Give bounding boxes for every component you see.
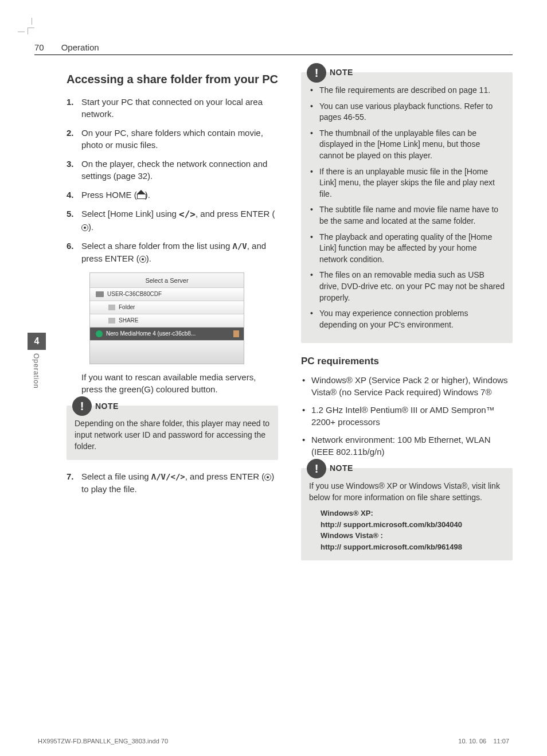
- note-2-item: The thumbnail of the unplayable files ca…: [309, 128, 505, 162]
- server-list-screenshot: Select a Server USER-C36CB80CDF Folder S…: [89, 272, 244, 364]
- note-head: ! NOTE: [72, 396, 119, 416]
- steps-list-cont: Select a file using Λ/V/</>, and press E…: [67, 470, 278, 495]
- page: 70 Operation Accessing a share folder fr…: [34, 34, 513, 722]
- screenshot-row-nero: Nero MediaHome 4 (user-c36cb8...: [90, 328, 244, 341]
- footer-time: 11:07: [493, 738, 509, 745]
- arrows-icon: Λ/V/</>: [151, 472, 185, 481]
- screenshot-row-user-label: USER-C36CB80CDF: [107, 290, 162, 298]
- step-7-text-b: , and press ENTER (: [185, 471, 264, 481]
- footer-file: HX995TZW-FD.BPANLLK_ENG_3803.indd 70: [38, 738, 168, 745]
- crop-mark: [28, 28, 34, 34]
- note-3-intro: If you use Windows® XP or Windows Vista®…: [309, 481, 505, 503]
- step-5-text-c: ).: [88, 222, 93, 232]
- side-tab: 4 Operation: [28, 333, 46, 389]
- page-number: 70: [34, 42, 44, 52]
- note-2-item: The files on an removable media such as …: [309, 270, 505, 303]
- footer-date: 10. 10. 06: [458, 738, 486, 745]
- step-5-text-b: , and press ENTER (: [196, 209, 275, 219]
- folder-icon: [108, 318, 115, 324]
- pc-req-item: 1.2 GHz Intel® Pentium® III or AMD Sempr…: [301, 404, 513, 428]
- screenshot-row-folder: Folder: [90, 301, 244, 314]
- step-1: Start your PC that connected on your loc…: [67, 96, 278, 120]
- up-down-icon: Λ/V: [232, 241, 247, 251]
- note-2-item: You can use various playback functions. …: [309, 101, 505, 123]
- pc-icon: [96, 291, 104, 297]
- note-box-3: ! NOTE If you use Windows® XP or Windows…: [301, 468, 513, 560]
- screenshot-row-user: USER-C36CB80CDF: [90, 288, 244, 301]
- server-icon: [96, 330, 103, 337]
- print-footer: HX995TZW-FD.BPANLLK_ENG_3803.indd 70 10.…: [38, 738, 509, 745]
- screenshot-row-nero-label: Nero MediaHome 4 (user-c36cb8...: [106, 330, 196, 338]
- step-6-text-a: Select a share folder from the list usin…: [81, 241, 232, 251]
- kb-xp-url: http:// support.microsoft.com/kb/304040: [321, 519, 505, 531]
- step-7: Select a file using Λ/V/</>, and press E…: [67, 470, 278, 495]
- pc-req-list: Windows® XP (Service Pack 2 or higher), …: [301, 374, 513, 458]
- note-2-item: If there is an unplayable music file in …: [309, 166, 505, 200]
- screenshot-row-folder-label: Folder: [119, 303, 135, 311]
- note-box-1: ! NOTE Depending on the share folder, th…: [67, 406, 278, 460]
- note-2-item: The file requirements are described on p…: [309, 85, 505, 96]
- screenshot-row-share: SHARE: [90, 314, 244, 328]
- screenshot-row-share-label: SHARE: [119, 317, 138, 325]
- home-icon: [137, 192, 145, 198]
- note-label: NOTE: [95, 401, 119, 412]
- note-2-item: The playback and operating quality of th…: [309, 232, 505, 266]
- step-6: Select a share folder from the list usin…: [67, 240, 278, 264]
- step-3: On the player, check the network connect…: [67, 158, 278, 182]
- enter-icon: [264, 474, 271, 481]
- enter-icon: [139, 256, 146, 263]
- side-tab-label: Operation: [28, 350, 45, 389]
- step-5: Select [Home Link] using </>, and press …: [67, 208, 278, 233]
- step-5-text-a: Select [Home Link] using: [81, 209, 179, 219]
- left-right-icon: </>: [179, 209, 196, 220]
- left-column: Accessing a share folder from your PC St…: [67, 72, 278, 571]
- pc-req-item: Windows® XP (Service Pack 2 or higher), …: [301, 374, 513, 398]
- kb-vista-label: Windows Vista® :: [321, 530, 505, 541]
- note-2-list: The file requirements are described on p…: [309, 85, 505, 330]
- columns: Accessing a share folder from your PC St…: [34, 72, 513, 571]
- kb-vista-url: http:// support.microsoft.com/kb/961498: [321, 541, 505, 553]
- heading-pc-requirements: PC requirements: [301, 354, 513, 368]
- step-4-text-a: Press HOME (: [81, 190, 137, 200]
- side-tab-number: 4: [28, 333, 46, 350]
- heading-accessing-share: Accessing a share folder from your PC: [67, 72, 278, 87]
- enter-icon: [81, 224, 88, 231]
- section-name: Operation: [61, 42, 99, 52]
- screenshot-blank: [90, 341, 244, 364]
- folder-icon: [108, 305, 115, 310]
- pc-req-item: Network environment: 100 Mb Ethernet, WL…: [301, 434, 513, 458]
- page-header: 70 Operation: [34, 42, 513, 55]
- note-head: ! NOTE: [307, 459, 353, 478]
- kb-links: Windows® XP: http:// support.microsoft.c…: [321, 508, 505, 552]
- screenshot-title: Select a Server: [90, 273, 244, 288]
- note-box-2: ! NOTE The file requirements are describ…: [301, 72, 513, 343]
- note-exclaim-icon: !: [307, 63, 326, 83]
- kb-xp-label: Windows® XP:: [321, 508, 505, 519]
- note-2-item: You may experience connection problems d…: [309, 308, 505, 330]
- after-screenshot-text: If you want to rescan available media se…: [67, 371, 278, 395]
- note-label: NOTE: [330, 67, 353, 79]
- step-4: Press HOME ().: [67, 189, 278, 201]
- note-1-text: Depending on the share folder, this play…: [75, 418, 270, 452]
- note-exclaim-icon: !: [72, 396, 92, 416]
- footer-datetime: 10. 10. 06 11:07: [458, 738, 509, 745]
- step-6-text-c: ).: [146, 254, 151, 263]
- step-2: On your PC, share folders which contain …: [67, 127, 278, 151]
- right-column: ! NOTE The file requirements are describ…: [301, 72, 513, 571]
- note-label: NOTE: [330, 463, 353, 474]
- note-head: ! NOTE: [307, 63, 353, 83]
- step-7-text-a: Select a file using: [81, 471, 151, 481]
- flag-icon: [233, 330, 239, 337]
- steps-list: Start your PC that connected on your loc…: [67, 96, 278, 264]
- note-2-item: The subtitle file name and movie file na…: [309, 204, 505, 227]
- note-exclaim-icon: !: [307, 459, 326, 478]
